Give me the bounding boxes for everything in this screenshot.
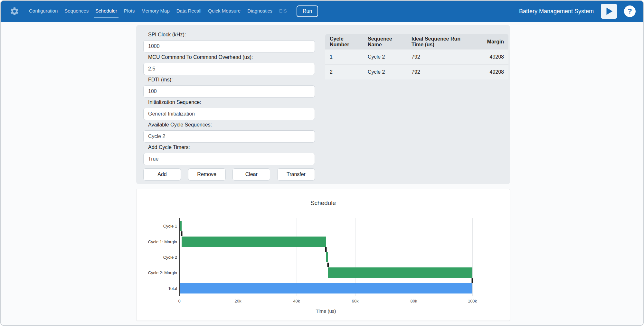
x-tick-label: 80k [411, 299, 417, 303]
app-title: Battery Management System [519, 8, 594, 15]
cell-cycle-number: 1 [325, 54, 363, 60]
waterfall-connector [181, 231, 183, 236]
waterfall-connector [472, 278, 473, 283]
table-row: 2 Cycle 2 792 49208 [325, 64, 508, 79]
chart-bar-cycle-2 [326, 252, 328, 262]
clear-button[interactable]: Clear [232, 168, 270, 181]
nav-item-memory-map[interactable]: Memory Map [140, 5, 171, 18]
y-tick-label: Cycle 1 [163, 224, 177, 228]
x-tick-label: 60k [352, 299, 359, 303]
app-frame: Configuration Sequences Scheduler Plots … [0, 0, 644, 326]
run-button[interactable]: Run [297, 5, 318, 17]
y-tick-label: Cycle 2: Margin [148, 270, 177, 275]
waterfall-connector [327, 263, 329, 267]
col-cycle-number: Cycle Number [325, 36, 363, 48]
chart-bar-total [179, 283, 472, 293]
cycles-table-header: Cycle Number Sequence Name Ideal Sequenc… [325, 34, 508, 49]
remove-button[interactable]: Remove [188, 168, 226, 181]
scheduler-form: SPI Clock (kHz): MCU Command To Command … [143, 32, 315, 181]
play-icon [604, 6, 614, 16]
form-field: Available Cycle Sequences: [143, 122, 315, 143]
form-field: Add Cycle Timers: [143, 144, 315, 165]
spi-clock-label: SPI Clock (kHz): [148, 32, 315, 38]
cell-cycle-number: 2 [325, 69, 363, 75]
gear-icon[interactable] [8, 5, 21, 17]
gridline [472, 218, 473, 296]
schedule-plot: Cycle 1Cycle 1: MarginCycle 2Cycle 2: Ma… [179, 218, 472, 296]
nav-item-scheduler[interactable]: Scheduler [94, 5, 118, 18]
nav-item-quick-measure[interactable]: Quick Measure [207, 5, 242, 18]
chart-bar-cycle-2-margin [328, 267, 472, 278]
nav-item-sequences[interactable]: Sequences [63, 5, 90, 18]
gear-icon-glyph [10, 6, 19, 16]
form-field: Initialization Sequence: [143, 99, 315, 120]
y-tick-label: Cycle 2 [163, 255, 177, 260]
help-icon: ? [628, 7, 632, 15]
form-field: MCU Command To Command Overhead (us): [143, 54, 315, 75]
fdti-label: FDTI (ms): [148, 77, 315, 83]
add-button[interactable]: Add [143, 168, 181, 181]
x-tick-label: 20k [235, 299, 242, 303]
cycle-timers-input[interactable] [143, 153, 315, 165]
cycle-sequences-input[interactable] [143, 130, 315, 143]
y-axis-line [179, 218, 180, 296]
form-button-row: Add Remove Clear Transfer [143, 168, 315, 181]
y-tick-label: Total [168, 286, 177, 291]
chart-bar-cycle-1 [179, 221, 182, 231]
play-button[interactable] [601, 4, 617, 19]
cell-sequence-name: Cycle 2 [363, 54, 407, 60]
init-sequence-label: Initialization Sequence: [148, 99, 315, 106]
x-tick-label: 40k [293, 299, 300, 303]
cell-run-time: 792 [407, 54, 473, 60]
cell-margin: 49208 [473, 54, 508, 60]
cycles-table: Cycle Number Sequence Name Ideal Sequenc… [325, 34, 508, 79]
col-margin: Margin [473, 39, 508, 45]
topbar-right: Battery Management System ? [519, 4, 636, 19]
col-run-time: Ideal Sequence Run Time (us) [407, 36, 473, 48]
mcu-overhead-label: MCU Command To Command Overhead (us): [148, 54, 315, 61]
spi-clock-input[interactable] [143, 40, 315, 52]
help-button[interactable]: ? [624, 5, 636, 17]
y-tick-label: Cycle 1: Margin [148, 239, 177, 244]
x-axis-labels: 020k40k60k80k100k [179, 299, 472, 304]
chart-area: Cycle 1Cycle 1: MarginCycle 2Cycle 2: Ma… [179, 218, 472, 314]
chart-bar-cycle-1-margin [182, 237, 326, 247]
cycle-timers-label: Add Cycle Timers: [148, 144, 315, 151]
transfer-button[interactable]: Transfer [277, 168, 315, 181]
nav-item-diagnostics[interactable]: Diagnostics [246, 5, 274, 18]
nav-item-plots[interactable]: Plots [123, 5, 136, 18]
nav-item-eis[interactable]: EIS [278, 5, 288, 18]
cell-run-time: 792 [407, 69, 473, 75]
top-navbar: Configuration Sequences Scheduler Plots … [1, 1, 643, 22]
cell-sequence-name: Cycle 2 [363, 69, 407, 75]
scheduler-settings-panel: SPI Clock (kHz): MCU Command To Command … [136, 25, 510, 184]
fdti-input[interactable] [143, 85, 315, 98]
table-row: 1 Cycle 2 792 49208 [325, 49, 508, 64]
cycle-sequences-label: Available Cycle Sequences: [148, 122, 315, 128]
form-field: SPI Clock (kHz): [143, 32, 315, 52]
waterfall-connector [325, 247, 327, 252]
nav-item-data-recall[interactable]: Data Recall [175, 5, 203, 18]
x-axis-title: Time (us) [179, 308, 472, 314]
form-field: FDTI (ms): [143, 77, 315, 98]
col-sequence-name: Sequence Name [363, 36, 407, 48]
main-nav: Configuration Sequences Scheduler Plots … [28, 5, 288, 18]
x-tick-label: 100k [468, 299, 477, 303]
nav-item-configuration[interactable]: Configuration [28, 5, 59, 18]
schedule-panel: Schedule Cycle 1Cycle 1: MarginCycle 2Cy… [136, 189, 510, 321]
chart-title: Schedule [137, 200, 510, 207]
mcu-overhead-input[interactable] [143, 63, 315, 75]
x-tick-label: 0 [178, 299, 180, 303]
cell-margin: 49208 [473, 69, 508, 75]
init-sequence-input[interactable] [143, 108, 315, 120]
